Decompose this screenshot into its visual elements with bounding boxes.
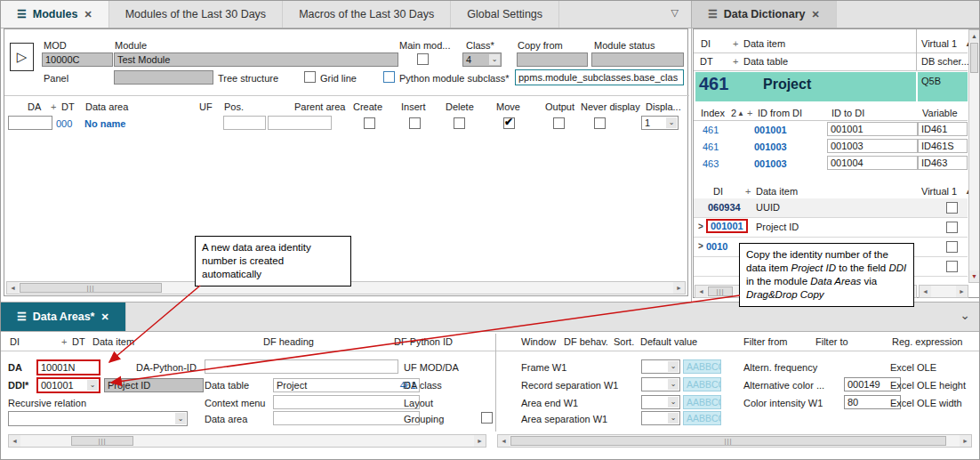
scroll-left-icon[interactable]: ◄ xyxy=(9,435,20,447)
grouping-checkbox[interactable] xyxy=(481,412,493,424)
link-id-to-cell[interactable]: 001004 xyxy=(827,156,918,170)
create-checkbox[interactable] xyxy=(364,117,375,129)
ddi-field[interactable]: 001001 ⌄ xyxy=(36,377,100,393)
virtual-checkbox[interactable] xyxy=(946,241,958,253)
scroll-left-icon[interactable]: ◄ xyxy=(920,286,931,297)
data-area-field[interactable] xyxy=(273,411,420,425)
virtual-checkbox[interactable] xyxy=(946,261,958,272)
col-sort: Sort. xyxy=(614,336,634,347)
dictionary-hscrollbar-right[interactable]: ◄ ► xyxy=(919,285,968,298)
scroll-right-icon[interactable]: ► xyxy=(673,282,685,294)
delete-checkbox[interactable] xyxy=(454,117,465,129)
scroll-up-icon[interactable]: ▲ xyxy=(969,30,979,42)
data-area-name-cell: No name xyxy=(84,118,125,129)
selected-table-schema: Q5B xyxy=(921,76,941,86)
data-item-row[interactable]: 060934 UUID xyxy=(694,198,968,218)
link-id-to-cell[interactable]: 001003 xyxy=(827,139,918,153)
grid-line-checkbox[interactable] xyxy=(304,71,316,83)
pos-cell[interactable] xyxy=(223,116,266,130)
scrollbar-thumb[interactable]: ||| xyxy=(20,283,162,293)
add-icon[interactable]: + xyxy=(733,38,738,49)
mod-field[interactable]: 10000C xyxy=(42,52,113,67)
link-id-from: 001001 xyxy=(754,125,787,135)
area-separation-w1-color-field[interactable]: AABBCC xyxy=(683,411,721,425)
link-variable-cell[interactable]: ID461 xyxy=(918,122,968,136)
python-subclass-field[interactable]: ppms.module_subclasses.base_clas xyxy=(515,69,684,85)
area-end-w1-select[interactable]: ⌄ xyxy=(641,395,680,409)
python-subclass-checkbox[interactable] xyxy=(383,71,395,83)
recursive-relation-label: Recursive relation xyxy=(8,398,86,408)
scroll-left-icon[interactable]: ◄ xyxy=(7,282,19,294)
tab-modules[interactable]: ☰ Modules ✕ xyxy=(1,1,109,28)
frame-w1-select[interactable]: ⌄ xyxy=(641,359,680,374)
link-id-to-cell[interactable]: 001001 xyxy=(827,122,918,136)
data-areas-hscrollbar-left[interactable]: ◄ ||| ► xyxy=(8,434,486,448)
move-checkbox[interactable] xyxy=(503,117,515,129)
virtual-checkbox[interactable] xyxy=(946,202,958,214)
da-field[interactable]: 10001N xyxy=(36,359,100,375)
frame-w1-color-field[interactable]: AABBCC xyxy=(683,359,721,374)
collapse-panel-icon[interactable]: ▽ xyxy=(671,7,679,19)
data-areas-hscrollbar-right[interactable]: ◄ ||| ► xyxy=(497,434,972,448)
scroll-left-icon[interactable]: ◄ xyxy=(498,435,510,447)
area-separation-w1-select[interactable]: ⌄ xyxy=(641,411,680,425)
parent-area-cell[interactable] xyxy=(268,116,332,130)
main-mod-checkbox[interactable] xyxy=(417,53,429,65)
layout-label: Layout xyxy=(404,398,433,408)
record-separation-w1-select[interactable]: ⌄ xyxy=(641,377,680,391)
display-select[interactable]: 1 ⌄ xyxy=(641,116,679,130)
never-display-checkbox[interactable] xyxy=(594,117,606,129)
close-icon[interactable]: ✕ xyxy=(84,9,92,20)
scroll-down-icon[interactable]: ▼ xyxy=(969,270,979,282)
class-select[interactable]: 4 ⌄ xyxy=(462,52,502,67)
col-uf: UF xyxy=(199,101,213,112)
add-icon[interactable]: + xyxy=(747,108,752,118)
context-menu-field[interactable] xyxy=(273,395,420,409)
panel-field[interactable] xyxy=(114,70,213,85)
insert-checkbox[interactable] xyxy=(409,117,421,129)
scrollbar-thumb[interactable]: ||| xyxy=(708,286,733,296)
expand-icon[interactable]: > xyxy=(698,241,703,251)
virtual-checkbox[interactable] xyxy=(946,222,958,233)
data-item-row[interactable]: > 001001 Project ID xyxy=(694,218,968,238)
scroll-left-icon[interactable]: ◄ xyxy=(695,286,707,297)
module-status-field[interactable] xyxy=(591,52,684,67)
recursive-relation-select[interactable]: ⌄ xyxy=(8,411,188,426)
tab-global-settings[interactable]: Global Settings xyxy=(451,1,559,28)
copy-from-field[interactable] xyxy=(517,52,588,67)
tab-data-dictionary[interactable]: ☰ Data Dictionary ✕ xyxy=(692,1,837,28)
uf-mod-da-label: UF MOD/DA xyxy=(404,362,459,373)
scrollbar-thumb[interactable]: ||| xyxy=(510,436,946,446)
add-icon[interactable]: + xyxy=(733,56,738,67)
run-module-button[interactable]: ▷ xyxy=(10,43,34,71)
add-icon[interactable]: + xyxy=(61,336,67,347)
scrollbar-thumb[interactable]: ||| xyxy=(71,436,133,446)
scrollbar-thumb[interactable] xyxy=(970,43,978,73)
col-move: Move xyxy=(496,101,520,112)
add-icon[interactable]: + xyxy=(51,101,56,112)
dictionary-vscrollbar[interactable]: ▲ ▼ xyxy=(968,29,980,283)
module-name-field[interactable]: Test Module xyxy=(114,52,398,67)
scroll-right-icon[interactable]: ► xyxy=(956,286,968,297)
expand-icon[interactable]: > xyxy=(698,222,703,231)
area-end-w1-color-field[interactable]: AABBCC xyxy=(683,395,721,409)
record-separation-w1-color-field[interactable]: AABBCC xyxy=(683,377,721,391)
tab-macros-last-30-days[interactable]: Macros of the Last 30 Days xyxy=(283,1,451,28)
da-id-cell[interactable] xyxy=(8,116,52,130)
da-python-id-field[interactable] xyxy=(205,359,398,374)
data-area-label: Data area xyxy=(205,414,247,424)
scroll-right-icon[interactable]: ► xyxy=(960,435,971,447)
annotation-copy-project-id: Project ID xyxy=(791,262,837,273)
link-variable-cell[interactable]: ID463 xyxy=(918,156,968,170)
modules-tabbar: ☰ Modules ✕ Modules of the Last 30 Days … xyxy=(1,1,691,28)
tab-data-areas[interactable]: ☰ Data Areas* ✕ xyxy=(1,303,126,331)
chevron-down-icon[interactable]: ⌄ xyxy=(960,308,970,322)
tab-modules-last-30-days[interactable]: Modules of the Last 30 Days xyxy=(109,1,283,28)
data-table-field[interactable]: Project 461 xyxy=(273,378,420,392)
close-icon[interactable]: ✕ xyxy=(811,9,819,20)
close-icon[interactable]: ✕ xyxy=(100,311,108,323)
scroll-right-icon[interactable]: ► xyxy=(474,435,486,447)
link-variable-cell[interactable]: ID461S xyxy=(918,139,968,153)
add-icon[interactable]: + xyxy=(745,186,751,197)
output-checkbox[interactable] xyxy=(553,117,565,129)
